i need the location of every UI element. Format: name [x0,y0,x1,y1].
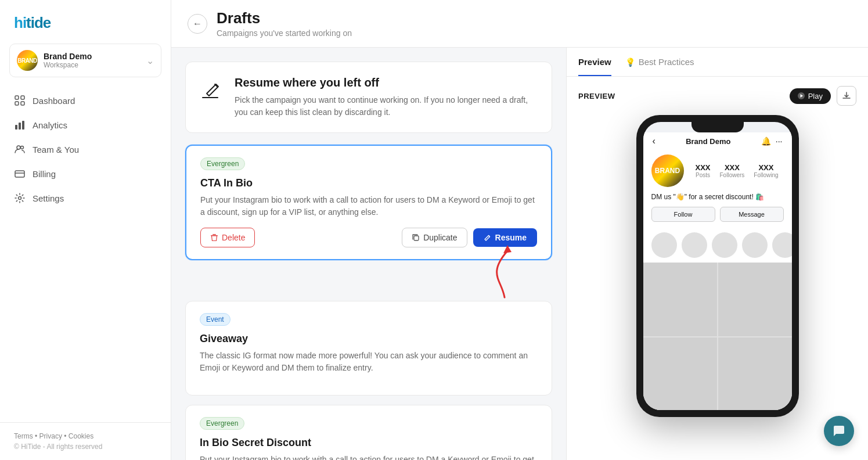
chat-icon [832,424,846,438]
workspace-avatar: BRAND [17,50,38,71]
svg-rect-14 [414,236,419,240]
grid-icon [14,95,26,106]
profile-top: BRAND XXX Posts XXX Followers [651,154,784,187]
grid-cell-2 [718,263,792,336]
svg-rect-6 [22,121,24,130]
edit-icon [484,233,492,242]
profile-avatar: BRAND [651,154,684,187]
message-button[interactable]: Message [720,207,784,222]
app-logo: hitide [14,14,51,31]
following-stat: XXX Following [754,163,778,178]
phone-notch [691,122,744,132]
workspace-label: Workspace [44,61,141,69]
svg-rect-9 [15,171,24,177]
story-3 [712,232,737,258]
posts-stat: XXX Posts [696,163,711,178]
grid-cell-4 [718,337,792,410]
story-2 [682,232,707,258]
back-button[interactable]: ← [188,14,207,34]
page-subtitle: Campaigns you've started working on [217,28,352,38]
story-5 [772,232,792,258]
phone-screen: ‹ Brand Demo 🔔 ··· BRAND [643,122,792,410]
workspace-switcher[interactable]: BRAND Brand Demo Workspace ⌄ [9,44,161,77]
copyright: © HiTide - All rights reserved [14,443,157,451]
resume-button-1[interactable]: Resume [473,228,537,247]
privacy-link[interactable]: Privacy [39,432,62,440]
svg-rect-2 [15,102,19,105]
logo: hitide [0,0,171,44]
campaign-desc-1: Put your Instagram bio to work with a ca… [200,194,537,218]
more-icon: ··· [776,136,783,146]
phone-status-bar: ‹ Brand Demo 🔔 ··· [643,132,792,149]
play-icon [798,92,805,99]
campaign-card-1[interactable]: Evergreen CTA In Bio Put your Instagram … [185,145,552,260]
sidebar-item-label: Team & You [33,145,79,154]
preview-content: PREVIEW Play [567,77,868,460]
users-icon [14,143,26,155]
story-4 [742,232,768,258]
terms-link[interactable]: Terms [14,432,33,440]
sidebar-item-billing[interactable]: Billing [7,162,164,185]
sidebar-item-dashboard[interactable]: Dashboard [7,89,164,112]
play-button[interactable]: Play [790,88,831,104]
campaign-name-3: In Bio Secret Discount [200,437,538,449]
bell-icon: 🔔 [761,136,771,146]
duplicate-button-1[interactable]: Duplicate [402,228,467,247]
grid-cell-1 [643,263,717,336]
sidebar-item-analytics[interactable]: Analytics [7,113,164,136]
main-area: ← Drafts Campaigns you've started workin… [171,0,868,460]
preview-header-row: PREVIEW Play [578,86,856,106]
chevron-down-icon: ⌄ [146,55,154,66]
tab-preview[interactable]: Preview [578,57,611,76]
profile-bio: DM us "👋" for a secret discount! 🛍️ [651,193,784,207]
page-title: Drafts [217,9,352,27]
campaign-card-2[interactable]: Event Giveaway The classic IG format now… [185,301,552,396]
grid-cell-3 [643,337,717,410]
profile-buttons: Follow Message [651,207,784,228]
campaign-card-3[interactable]: Evergreen In Bio Secret Discount Put you… [185,405,552,460]
story-1 [651,232,677,258]
svg-point-7 [17,146,20,149]
sidebar-item-settings[interactable]: Settings [7,186,164,210]
resume-section: Resume where you left off Pick the campa… [185,62,552,133]
phone-mockup: ‹ Brand Demo 🔔 ··· BRAND [636,115,799,417]
resume-description: Pick the campaign you want to continue w… [235,94,538,118]
sidebar-footer: Terms • Privacy • Cookies © HiTide - All… [0,422,171,460]
lightbulb-icon: 💡 [625,58,635,67]
page-title-section: Drafts Campaigns you've started working … [217,9,352,38]
campaign-tag-3: Evergreen [200,417,244,430]
svg-rect-3 [21,102,24,105]
gear-icon [14,192,26,204]
preview-panel: Preview 💡 Best Practices PREVIEW [566,48,868,460]
svg-rect-13 [213,234,216,235]
sidebar-item-label: Billing [33,169,56,179]
footer-links: Terms • Privacy • Cookies [14,432,157,440]
chat-fab[interactable] [824,416,854,446]
svg-point-8 [21,146,24,149]
trash-icon [210,233,218,242]
delete-button-1[interactable]: Delete [200,228,255,247]
resume-title: Resume where you left off [235,76,538,89]
sidebar-item-label: Settings [33,193,64,203]
copy-icon [412,233,420,242]
follow-button[interactable]: Follow [651,207,715,222]
phone-username: Brand Demo [686,137,730,146]
sidebar-item-team[interactable]: Team & You [7,138,164,161]
sidebar-item-label: Analytics [33,120,67,130]
stories-row [643,228,792,263]
resume-content: Resume where you left off Pick the campa… [235,76,538,118]
tab-best-practices[interactable]: 💡 Best Practices [625,57,694,76]
tab-best-practices-label: Best Practices [639,57,694,67]
preview-controls: Play [790,86,856,106]
cookies-link[interactable]: Cookies [69,432,93,440]
phone-back-arrow: ‹ [653,136,655,146]
campaign-tag-2: Event [200,313,230,326]
svg-rect-5 [19,123,21,130]
tab-preview-label: Preview [578,57,611,67]
campaign-name-1: CTA In Bio [200,177,537,189]
campaign-actions-1: Delete Duplicate Res [200,228,537,247]
svg-rect-4 [15,125,17,130]
svg-rect-1 [21,96,24,99]
followers-stat: XXX Followers [720,163,745,178]
download-button[interactable] [837,86,856,106]
